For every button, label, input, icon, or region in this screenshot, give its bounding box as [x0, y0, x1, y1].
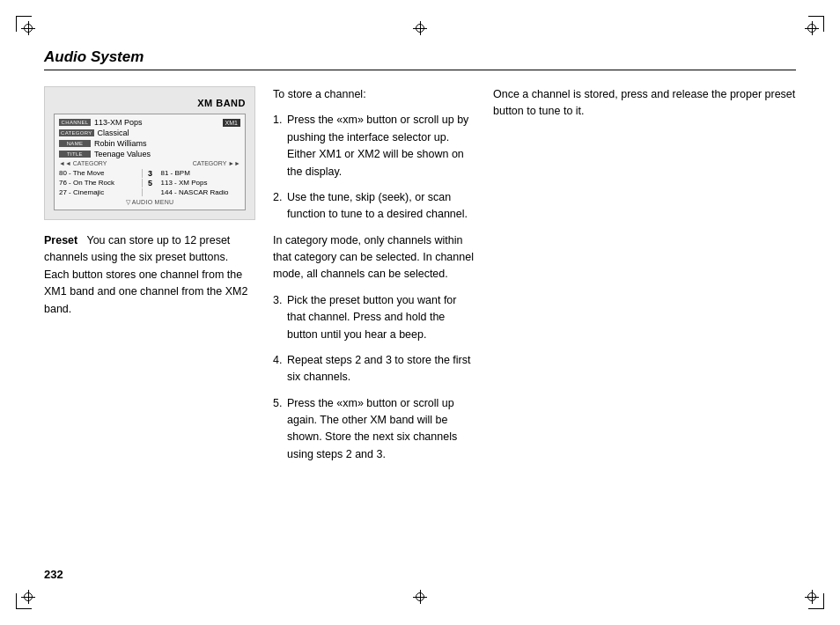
page-number: 232	[44, 568, 63, 581]
xm-name-label: NAME	[59, 140, 91, 147]
columns-container: XM BAND CHANNEL 113-XM Pops XM1 CATEGORY…	[44, 86, 796, 472]
xm-ch-right-0: 81 - BPM	[158, 169, 241, 178]
xm-ch-mid-0: 3	[143, 169, 158, 178]
crosshair-tm	[413, 21, 427, 35]
step-item-0: 1. Press the «xm» button or scroll up by…	[273, 112, 475, 180]
xm-ch-right-2: 144 - NASCAR Radio	[158, 188, 241, 196]
xm-name-row: NAME Robin Williams	[59, 139, 240, 148]
step-item-3: 3. Pick the preset button you want for t…	[273, 292, 475, 343]
xm-channel-row-2: 27 - Cinemajic 144 - NASCAR Radio	[59, 188, 240, 196]
xm-ch-mid-1: 5	[143, 179, 158, 188]
xm-nav-left: ◄◄ CATEGORY	[59, 160, 107, 166]
xm-ch-left-2: 27 - Cinemajic	[59, 188, 143, 196]
xm-display: CHANNEL 113-XM Pops XM1 CATEGORY Classic…	[54, 114, 246, 210]
step-num-0: 1.	[273, 112, 287, 129]
step-num-1: 2.	[273, 189, 287, 206]
crosshair-bm	[413, 590, 427, 604]
steps-container: 1. Press the «xm» button or scroll up by…	[273, 112, 475, 463]
xm-ch-left-1: 76 - On The Rock	[59, 179, 143, 188]
xm-channel-row-0: 80 - The Move 3 81 - BPM	[59, 169, 240, 178]
xm-ch-mid-2	[143, 188, 158, 196]
step-item-4: 4. Repeat steps 2 and 3 to store the fir…	[273, 352, 475, 386]
left-column: XM BAND CHANNEL 113-XM Pops XM1 CATEGORY…	[44, 86, 255, 318]
step-item-5: 5. Press the «xm» button or scroll up ag…	[273, 395, 475, 464]
page-header: Audio System	[44, 48, 796, 70]
xm-channels: 80 - The Move 3 81 - BPM 76 - On The Roc…	[59, 169, 240, 196]
crosshair-bl	[21, 590, 35, 604]
step-item-2: In category mode, only channels within t…	[273, 232, 475, 283]
xm-name-value: Robin Williams	[94, 139, 147, 148]
preset-description: Preset You can store up to 12 preset cha…	[44, 232, 255, 318]
xm-category-value: Classical	[98, 129, 129, 137]
crosshair-tl	[21, 21, 35, 35]
xm-nav-row: ◄◄ CATEGORY CATEGORY ►►	[59, 160, 240, 166]
xm-diagram-title: XM BAND	[54, 98, 246, 108]
crosshair-br	[805, 590, 819, 604]
xm-category-label: CATEGORY	[59, 129, 94, 136]
step-item-1: 2. Use the tune, skip (seek), or scan fu…	[273, 189, 475, 224]
right-column-text: Once a channel is stored, press and rele…	[493, 88, 795, 117]
crosshair-tr	[805, 21, 819, 35]
xm-channel-row: CHANNEL 113-XM Pops XM1	[59, 118, 240, 127]
page-title: Audio System	[44, 48, 144, 65]
intro-text: To store a channel:	[273, 86, 475, 103]
step-text-0: Press the «xm» button or scroll up by pu…	[287, 112, 475, 180]
step-num-3: 3.	[273, 292, 287, 309]
step-num-4: 4.	[273, 352, 287, 369]
xm-footer: ▽ AUDIO MENU	[59, 199, 240, 206]
xm-ch-left-0: 80 - The Move	[59, 169, 143, 178]
right-column: Once a channel is stored, press and rele…	[493, 86, 796, 121]
xm-ch-right-1: 113 - XM Pops	[158, 179, 241, 188]
xm-title-value: Teenage Values	[94, 150, 151, 158]
xm-channel-row-1: 76 - On The Rock 5 113 - XM Pops	[59, 179, 240, 188]
xm-title-label: TITLE	[59, 151, 91, 158]
xm-nav-right: CATEGORY ►►	[193, 160, 240, 166]
step-text-4: Repeat steps 2 and 3 to store the first …	[287, 352, 475, 386]
xm-channel-label: CHANNEL	[59, 119, 91, 126]
preset-label: Preset	[44, 234, 77, 246]
step-text-1: Use the tune, skip (seek), or scan funct…	[287, 189, 475, 224]
page-content: Audio System XM BAND CHANNEL 113-XM Pops…	[44, 48, 796, 581]
step-text-3: Pick the preset button you want for that…	[287, 292, 475, 343]
xm-category-row: CATEGORY Classical	[59, 129, 240, 137]
middle-column: To store a channel: 1. Press the «xm» bu…	[273, 86, 475, 472]
xm-badge: XM1	[223, 119, 240, 127]
step-text-5: Press the «xm» button or scroll up again…	[287, 395, 475, 464]
xm-channel-value: 113-XM Pops	[94, 118, 143, 127]
step-num-5: 5.	[273, 395, 287, 412]
xm-diagram: XM BAND CHANNEL 113-XM Pops XM1 CATEGORY…	[44, 86, 255, 220]
xm-title-row: TITLE Teenage Values	[59, 150, 240, 158]
